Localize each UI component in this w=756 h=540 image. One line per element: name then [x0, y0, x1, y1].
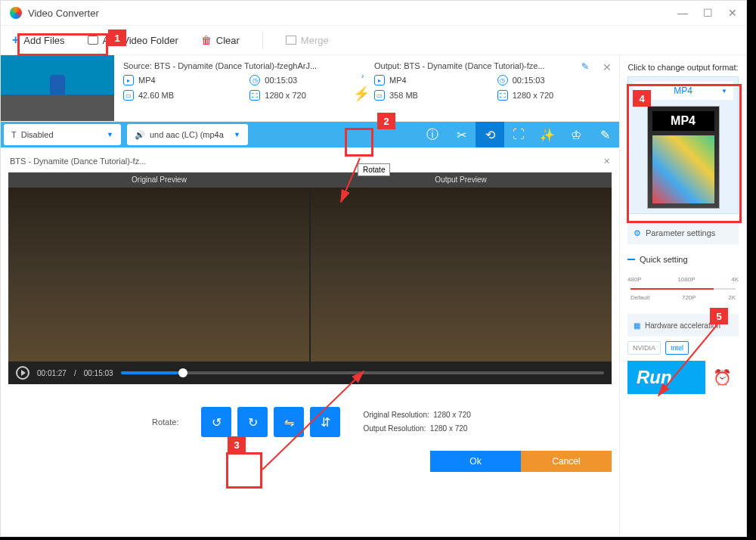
callout-2: 2	[377, 113, 395, 129]
plus-icon: +	[12, 33, 19, 47]
out-duration: 00:15:03	[513, 76, 545, 85]
rotate-tooltip: Rotate	[358, 163, 390, 176]
rotate-right-button[interactable]: ↻	[237, 407, 268, 437]
clock-icon: ◷	[497, 75, 508, 85]
titlebar: Video Converter — ☐ ✕	[1, 1, 746, 25]
info-tool-icon[interactable]: ⓘ	[418, 122, 447, 147]
chevron-down-icon: ▼	[234, 131, 240, 138]
quick-setting-label: Quick setting	[627, 255, 739, 264]
output-preview-label: Output Preview	[310, 172, 612, 188]
format-icon: ▸	[374, 75, 385, 85]
video-thumbnail[interactable]	[1, 55, 114, 121]
remove-file-icon[interactable]: ✕	[603, 61, 612, 73]
output-filename: Output: BTS - Dynamite (Dance Tutorial)-…	[374, 61, 610, 70]
editing-filename: BTS - Dynamite (Dance Tutorial)-fz...	[10, 157, 146, 166]
close-preview-icon[interactable]: ✕	[603, 157, 610, 166]
trash-icon: 🗑	[201, 34, 212, 46]
rotate-left-button[interactable]: ↺	[201, 407, 231, 437]
clear-button[interactable]: 🗑 Clear	[201, 34, 240, 46]
callout-1: 1	[108, 29, 126, 46]
callout-5: 5	[710, 308, 728, 324]
chevron-down-icon: ▼	[721, 88, 727, 95]
out-res-label: Output Resolution:	[363, 424, 426, 433]
rotate-tool-icon[interactable]: ⟲	[476, 122, 504, 147]
close-icon[interactable]: ✕	[728, 7, 737, 19]
subtitle-select[interactable]: T Disabled ▼	[4, 124, 121, 145]
quality-slider[interactable]: 480P 1080P 4K Default 720P 2K	[627, 278, 739, 300]
out-dimensions: 1280 x 720	[513, 91, 553, 100]
src-dimensions: 1280 x 720	[265, 91, 305, 100]
merge-icon	[286, 36, 296, 45]
size-icon: ▭	[123, 90, 134, 101]
timeline-slider[interactable]	[121, 371, 604, 374]
chevron-down-icon: ▼	[107, 131, 113, 138]
merge-button[interactable]: Merge	[286, 35, 329, 46]
window-title: Video Converter	[28, 8, 99, 19]
cut-tool-icon[interactable]: ✂	[447, 122, 476, 147]
cancel-button[interactable]: Cancel	[521, 451, 612, 472]
flip-horizontal-button[interactable]: ⇋	[274, 407, 304, 437]
schedule-button[interactable]: ⏰	[705, 361, 739, 394]
settings-icon: ⚙	[634, 228, 641, 238]
add-folder-button[interactable]: Add Video Folder	[88, 35, 178, 46]
play-button[interactable]	[16, 366, 29, 380]
dimension-icon: ⛶	[249, 90, 260, 101]
app-logo-icon	[10, 7, 22, 19]
out-format: MP4	[389, 76, 407, 85]
orig-res-value: 1280 x 720	[433, 411, 471, 419]
ok-button[interactable]: Ok	[430, 451, 521, 472]
format-icon: ▸	[123, 75, 134, 85]
speaker-icon: 🔊	[135, 130, 145, 140]
src-duration: 00:15:03	[265, 76, 297, 85]
minimize-icon[interactable]: —	[677, 7, 688, 19]
original-preview-label: Original Preview	[8, 172, 310, 188]
dimension-icon: ⛶	[497, 90, 508, 101]
format-thumbnail[interactable]: MP4	[647, 106, 720, 209]
folder-icon	[88, 36, 98, 45]
intel-chip[interactable]: Intel	[665, 341, 689, 355]
maximize-icon[interactable]: ☐	[703, 7, 713, 19]
edit-toolbar: T Disabled ▼ 🔊 und aac (LC) (mp4a ▼ ⓘ ✂ …	[1, 122, 619, 147]
total-time: 00:15:03	[84, 369, 113, 377]
current-time: 00:01:27	[37, 369, 67, 377]
clock-icon: ◷	[249, 75, 260, 85]
preview-container: Original Preview Output Preview 00:01:27…	[8, 172, 612, 384]
rotate-label: Rotate:	[152, 417, 178, 427]
output-format-label: Click to change output format:	[627, 63, 739, 72]
subtitle-tool-icon[interactable]: ✎	[590, 122, 619, 147]
run-button[interactable]: Run	[627, 361, 705, 394]
text-icon: T	[11, 130, 17, 139]
src-format: MP4	[138, 76, 156, 85]
src-size: 42.60 MB	[138, 91, 174, 100]
parameter-settings-button[interactable]: ⚙ Parameter settings	[627, 222, 739, 244]
crop-tool-icon[interactable]: ⛶	[504, 122, 533, 147]
callout-3: 3	[228, 436, 246, 453]
orig-res-label: Original Resolution:	[363, 411, 429, 419]
divider	[262, 31, 263, 49]
watermark-tool-icon[interactable]: ♔	[562, 122, 590, 147]
add-files-button[interactable]: + Add Files	[12, 33, 65, 47]
output-preview	[311, 188, 612, 362]
nvidia-chip[interactable]: NVIDIA	[627, 341, 661, 355]
audio-select[interactable]: 🔊 und aac (LC) (mp4a ▼	[127, 124, 248, 145]
bolt-icon: ⚡	[353, 85, 370, 101]
effects-tool-icon[interactable]: ✨	[533, 122, 562, 147]
callout-4: 4	[633, 90, 651, 107]
file-row: › › ⚡ Source: BTS - Dynamite (Dance Tuto…	[1, 55, 619, 122]
edit-icon[interactable]: ✎	[581, 61, 589, 72]
out-res-value: 1280 x 720	[430, 424, 468, 433]
original-preview	[8, 188, 311, 362]
source-filename: Source: BTS - Dynamite (Dance Tutorial)-…	[123, 61, 359, 70]
out-size: 358 MB	[389, 91, 418, 100]
flip-vertical-button[interactable]: ⇵	[310, 407, 340, 437]
chip-icon: ▦	[634, 321, 640, 330]
size-icon: ▭	[374, 90, 385, 101]
